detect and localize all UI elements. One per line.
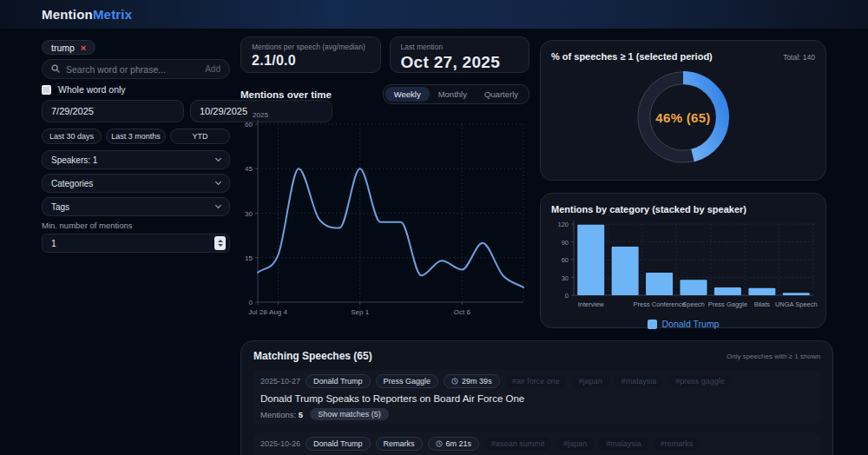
donut-total: Total: 140 (783, 53, 815, 62)
search-icon (51, 64, 60, 75)
remove-term-icon[interactable]: × (81, 43, 86, 53)
matching-speeches-card: Matching Speeches (65) Only speeches wit… (240, 340, 833, 455)
speakers-dropdown[interactable]: Speakers: 1 (42, 150, 230, 169)
logo-text-primary: Mention (42, 7, 93, 22)
speech-date: 2025-10-27 (260, 377, 300, 386)
categories-dropdown[interactable]: Categories (42, 174, 230, 193)
stepper-down-icon[interactable] (218, 244, 223, 247)
svg-text:Oct 6: Oct 6 (454, 308, 471, 316)
svg-text:60: 60 (245, 121, 253, 129)
hashtag-pill: #malaysia (599, 438, 648, 450)
stat-label: Mentions per speech (avg/median) (252, 43, 370, 51)
search-term-chip[interactable]: trump × (42, 40, 95, 55)
svg-text:90: 90 (562, 239, 569, 247)
right-column: % of speeches ≥ 1 (selected period) Tota… (540, 40, 826, 328)
svg-text:Interview: Interview (578, 300, 605, 308)
hashtag-pill: #remarks (654, 438, 700, 450)
show-matches-button[interactable]: Show matches (5) (310, 408, 389, 420)
speech-date: 2025-10-26 (260, 439, 300, 448)
chevron-down-icon (215, 202, 221, 208)
search-input[interactable] (66, 64, 199, 75)
stat-card-mentions-per-speech: Mentions per speech (avg/median) 2.1/0.0 (240, 36, 381, 73)
hashtag-pill: #japan (572, 375, 609, 387)
mentions-over-time-title: Mentions over time (240, 89, 332, 100)
categories-dropdown-label: Categories (51, 179, 93, 188)
min-mentions-input[interactable]: 1 (42, 234, 230, 253)
duration-chip: 6m 21s (428, 437, 480, 451)
svg-text:UNGA Speech: UNGA Speech (775, 300, 818, 308)
app-header: MentionMetrix (0, 0, 868, 30)
speaker-chip[interactable]: Donald Trump (306, 374, 371, 388)
speech-title[interactable]: Donald Trump Speaks to Reporters on Boar… (260, 393, 813, 404)
category-chip[interactable]: Remarks (376, 437, 423, 451)
toggle-monthly[interactable]: Monthly (430, 87, 476, 102)
granularity-toggle: Weekly Monthly Quarterly (383, 84, 529, 104)
speech-list: 2025-10-27Donald TrumpPress Gaggle29m 39… (253, 370, 820, 455)
mentions-line-chart: 015304560Jul 28Aug 4Sep 1Oct 62025 (240, 108, 529, 326)
svg-text:2025: 2025 (253, 111, 268, 119)
donut-chart: 46% (65) (633, 67, 733, 168)
clock-icon (451, 378, 458, 385)
mentions-label: Mentions: (260, 410, 299, 419)
chevron-down-icon (215, 179, 221, 185)
svg-text:Press Gaggle: Press Gaggle (708, 300, 747, 308)
hashtag-pill: #air force one (505, 375, 567, 387)
filter-sidebar: trump × Add Whole word only Last 30 days… (42, 40, 230, 253)
svg-text:30: 30 (245, 210, 253, 218)
tags-dropdown[interactable]: Tags (42, 197, 230, 216)
matching-speeches-note: Only speeches with ≥ 1 shown (727, 353, 820, 360)
speaker-chip[interactable]: Donald Trump (306, 437, 371, 451)
svg-text:30: 30 (562, 274, 569, 282)
speech-list-item[interactable]: 2025-10-27Donald TrumpPress Gaggle29m 39… (253, 370, 820, 425)
add-term-button[interactable]: Add (205, 64, 220, 74)
donut-card: % of speeches ≥ 1 (selected period) Tota… (540, 40, 826, 181)
stat-value: Oct 27, 2025 (401, 53, 519, 72)
line-chart-svg: 015304560Jul 28Aug 4Sep 1Oct 62025 (240, 108, 529, 325)
clock-icon (436, 440, 443, 447)
speech-meta-row: 2025-10-26Donald TrumpRemarks6m 21s#asea… (260, 437, 813, 451)
duration-chip: 29m 39s (444, 374, 500, 388)
category-chart-title: Mentions by category (stacked by speaker… (549, 204, 817, 214)
category-chip[interactable]: Press Gaggle (376, 374, 439, 388)
duration-text: 6m 21s (446, 439, 472, 448)
date-from-input[interactable] (42, 100, 184, 122)
svg-text:Sep 1: Sep 1 (351, 308, 369, 316)
whole-word-checkbox[interactable] (42, 85, 51, 95)
tags-dropdown-label: Tags (51, 202, 69, 212)
duration-text: 29m 39s (462, 377, 492, 386)
quick-range-last-3-months[interactable]: Last 3 months (106, 129, 166, 144)
min-mentions-value: 1 (51, 238, 56, 248)
svg-text:Aug 4: Aug 4 (269, 308, 287, 316)
stat-label: Last mention (401, 43, 519, 51)
donut-title: % of speeches ≥ 1 (selected period) (551, 51, 713, 62)
speech-list-item[interactable]: 2025-10-26Donald TrumpRemarks6m 21s#asea… (253, 432, 820, 455)
svg-text:Press Conference: Press Conference (634, 300, 686, 308)
legend-label: Donald Trump (662, 319, 720, 329)
matching-speeches-title: Matching Speeches (65) (253, 350, 372, 362)
search-term-label: trump (51, 43, 75, 53)
logo-text-accent: Metrix (93, 7, 132, 22)
search-box[interactable]: Add (42, 59, 230, 79)
stat-card-last-mention: Last mention Oct 27, 2025 (390, 36, 530, 73)
speech-meta-row: 2025-10-27Donald TrumpPress Gaggle29m 39… (260, 374, 813, 388)
speakers-dropdown-label: Speakers: 1 (51, 155, 97, 165)
whole-word-label: Whole word only (58, 84, 126, 95)
quick-range-last-30-days[interactable]: Last 30 days (42, 129, 102, 144)
svg-text:120: 120 (557, 221, 569, 228)
toggle-quarterly[interactable]: Quarterly (476, 87, 527, 102)
stepper-up-icon[interactable] (218, 240, 223, 242)
legend-swatch (648, 320, 657, 329)
speech-footer: Mentions: 5Show matches (5) (260, 408, 813, 420)
hashtag-pill: #japan (556, 438, 594, 450)
stat-value: 2.1/0.0 (252, 53, 370, 69)
hashtag-pill: #asean summit (484, 438, 551, 450)
main-column: Mentions per speech (avg/median) 2.1/0.0… (240, 36, 529, 326)
svg-text:Jul 28: Jul 28 (248, 308, 267, 316)
svg-text:0: 0 (565, 292, 569, 300)
svg-text:Bilats: Bilats (754, 300, 771, 308)
whole-word-row[interactable]: Whole word only (42, 84, 230, 95)
quick-range-ytd[interactable]: YTD (170, 129, 230, 144)
svg-text:15: 15 (245, 254, 253, 262)
toggle-weekly[interactable]: Weekly (385, 87, 430, 102)
number-stepper[interactable] (214, 236, 226, 250)
